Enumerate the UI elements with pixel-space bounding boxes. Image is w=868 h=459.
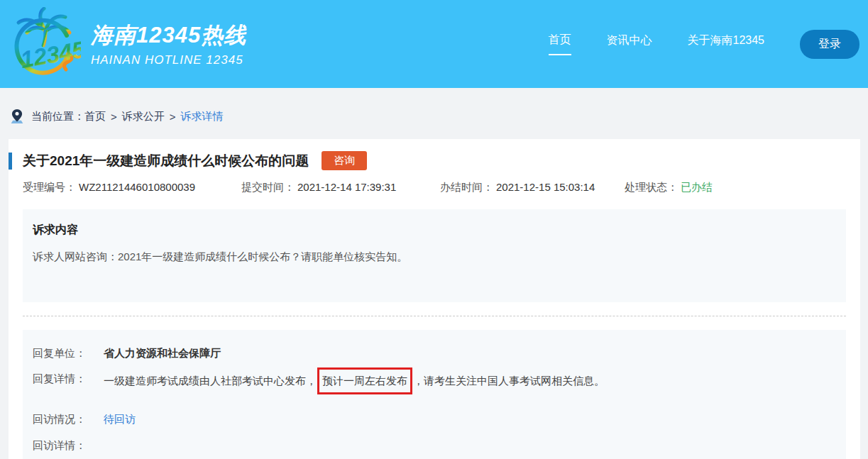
login-button[interactable]: 登录 — [800, 30, 859, 59]
meta-submit-time: 提交时间：2021-12-14 17:39:31 — [241, 181, 440, 194]
nav-item-news-center[interactable]: 资讯中心 — [607, 33, 652, 55]
appeal-content-section: 诉求内容 诉求人网站咨询：2021年一级建造师成绩什么时候公布？请职能单位核实告… — [23, 209, 846, 302]
site-title: 海南12345热线 — [91, 21, 246, 50]
meta-close-time: 办结时间：2021-12-15 15:03:14 — [440, 181, 625, 194]
reply-detail-label: 回复详情： — [33, 371, 104, 391]
nav-item-home[interactable]: 首页 — [549, 33, 571, 55]
ticket-title: 关于2021年一级建造师成绩什么时候公布的问题 — [23, 152, 309, 170]
reply-detail-row: 回复详情： 一级建造师考试成绩由人社部考试中心发布，预计一周左右发布，请考生关注… — [33, 371, 836, 391]
meta-process-status: 处理状态：已办结 — [625, 181, 713, 194]
location-pin-icon — [10, 108, 24, 125]
visit-status-row: 回访情况： 待回访 — [33, 411, 836, 427]
visit-detail-label: 回访详情： — [33, 438, 104, 453]
hainan-12345-logo[interactable]: 12345 — [10, 7, 81, 81]
breadcrumb-prefix: 当前位置： — [31, 110, 84, 123]
breadcrumb-separator: > — [170, 111, 176, 123]
appeal-content-body: 诉求人网站咨询：2021年一级建造师成绩什么时候公布？请职能单位核实告知。 — [33, 249, 836, 265]
highlight-annotation-box: 预计一周左右发布 — [317, 367, 412, 394]
nav-item-about[interactable]: 关于海南12345 — [688, 33, 765, 55]
reply-unit-value: 省人力资源和社会保障厅 — [104, 345, 221, 361]
reply-unit-row: 回复单位： 省人力资源和社会保障厅 — [33, 345, 836, 361]
reply-unit-label: 回复单位： — [33, 345, 104, 361]
title-accent-bar — [9, 153, 12, 170]
ticket-meta-row: 受理编号：WZ21121446010800039 提交时间：2021-12-14… — [9, 181, 860, 194]
header: 12345 海南12345热线 HAINAN HOTLINE 12345 首页 … — [0, 0, 868, 88]
main-nav: 首页 资讯中心 关于海南12345 — [549, 33, 801, 55]
meta-acceptance-number: 受理编号：WZ21121446010800039 — [23, 181, 241, 194]
reply-detail-value: 一级建造师考试成绩由人社部考试中心发布，预计一周左右发布，请考生关注中国人事考试… — [104, 371, 605, 391]
ticket-title-row: 关于2021年一级建造师成绩什么时候公布的问题 咨询 — [9, 151, 860, 170]
visit-detail-row: 回访详情： — [33, 438, 836, 453]
appeal-content-heading: 诉求内容 — [33, 223, 836, 238]
breadcrumb: 当前位置： 首页 > 诉求公开 > 诉求详情 — [0, 88, 868, 139]
dashed-divider — [23, 316, 846, 316]
svg-text:12345: 12345 — [18, 35, 81, 72]
breadcrumb-item-public[interactable]: 诉求公开 — [122, 110, 165, 123]
status-badge: 已办结 — [681, 181, 713, 193]
site-subtitle: HAINAN HOTLINE 12345 — [91, 53, 246, 67]
ticket-card: 关于2021年一级建造师成绩什么时候公布的问题 咨询 受理编号：WZ211214… — [9, 139, 860, 459]
ticket-type-badge: 咨询 — [322, 151, 367, 170]
brand-block: 海南12345热线 HAINAN HOTLINE 12345 — [91, 21, 246, 67]
reply-section: 回复单位： 省人力资源和社会保障厅 回复详情： 一级建造师考试成绩由人社部考试中… — [23, 330, 846, 459]
breadcrumb-item-detail[interactable]: 诉求详情 — [181, 110, 224, 123]
breadcrumb-item-home[interactable]: 首页 — [84, 110, 106, 123]
breadcrumb-separator: > — [111, 111, 117, 123]
visit-status-link[interactable]: 待回访 — [104, 411, 136, 427]
visit-status-label: 回访情况： — [33, 411, 104, 427]
